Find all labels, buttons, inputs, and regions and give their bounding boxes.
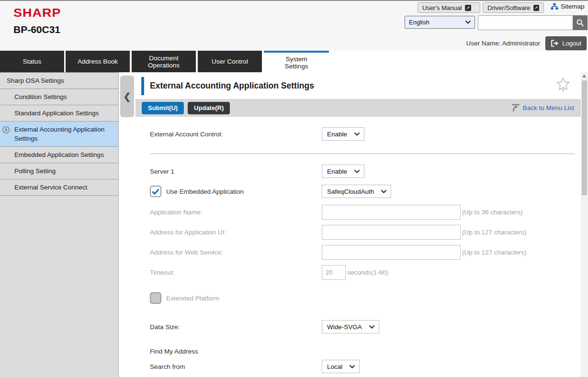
extended-platform-row: Extended Platform	[150, 292, 581, 304]
tab-label: Status	[23, 58, 41, 65]
driver-software-label: Driver/Software	[487, 4, 531, 11]
use-embedded-application-label: Use Embedded Application	[166, 188, 244, 195]
logout-label: Logout	[562, 40, 581, 47]
sidebar-item-standard-application-settings[interactable]: Standard Application Settings	[0, 105, 118, 122]
page-header: SHARP BP-60C31 User's Manual ↗ Driver/So…	[0, 1, 588, 51]
main-tab-bar: Status Address Book Document Operations …	[0, 51, 588, 72]
find-my-address-label: Find My Address	[150, 348, 581, 355]
data-size-row: Data Size: Wide-SVGA	[150, 320, 581, 333]
settings-form: External Account Control: Enable Server …	[136, 117, 581, 373]
search-from-label: Search from	[150, 363, 322, 370]
search-from-select[interactable]: Local	[322, 360, 360, 373]
sidebar-item-external-service-connect[interactable]: External Service Connect	[0, 179, 118, 196]
sidebar-item-embedded-application-settings[interactable]: Embedded Application Settings	[0, 147, 118, 163]
return-up-icon	[511, 104, 520, 112]
sidebar-nav: Sharp OSA Settings Condition Settings St…	[0, 72, 118, 196]
tab-status[interactable]: Status	[0, 51, 64, 72]
title-row: External Accounting Application Settings	[136, 72, 581, 99]
data-size-select[interactable]: Wide-SVGA	[322, 320, 379, 333]
chevron-down-icon	[381, 190, 386, 193]
logout-button[interactable]: Logout	[545, 36, 587, 50]
search-icon	[576, 19, 584, 27]
search-input[interactable]	[478, 15, 573, 30]
users-manual-button[interactable]: User's Manual ↗	[418, 2, 480, 13]
selected-value: Enable	[327, 131, 347, 138]
main-content: External Accounting Application Settings…	[136, 72, 581, 377]
external-account-control-select[interactable]: Enable	[322, 127, 364, 141]
search-from-row: Search from Local	[150, 360, 581, 373]
chevron-down-icon	[354, 170, 360, 173]
application-name-input[interactable]	[322, 205, 461, 220]
tab-document-operations[interactable]: Document Operations	[132, 51, 196, 72]
back-to-menu-list-label: Back to Menu List	[523, 104, 574, 111]
back-to-menu-list-link[interactable]: Back to Menu List	[511, 104, 574, 112]
selected-value: Local	[327, 363, 342, 370]
tab-label: Document Operations	[142, 55, 185, 69]
sharp-logo: SHARP	[13, 6, 61, 20]
address-application-ui-input[interactable]	[322, 225, 461, 240]
address-application-ui-hint: (Up to 127 characters)	[462, 229, 526, 236]
tab-system-settings[interactable]: System Settings	[264, 51, 329, 72]
sidebar-item-label: Embedded Application Settings	[14, 151, 104, 158]
sidebar-item-label: Polling Setting	[14, 167, 56, 175]
extended-platform-checkbox[interactable]	[150, 292, 161, 304]
address-web-service-input[interactable]	[322, 245, 461, 260]
sidebar-collapse-button[interactable]: ❮	[120, 76, 134, 117]
external-link-icon: ↗	[465, 5, 471, 11]
chevron-down-icon	[465, 21, 471, 24]
sidebar-item-label: Condition Settings	[14, 93, 67, 100]
sidebar-item-label: Standard Application Settings	[14, 110, 99, 117]
submit-button[interactable]: Submit(U)	[142, 102, 184, 114]
sidebar-item-external-accounting-application-settings[interactable]: External Accounting Application Settings	[0, 122, 118, 147]
search-button[interactable]	[573, 15, 588, 30]
server1-label: Server 1	[150, 168, 322, 175]
language-select[interactable]: English	[405, 16, 475, 29]
users-manual-label: User's Manual	[422, 4, 462, 11]
sidebar-item-polling-setting[interactable]: Polling Setting	[0, 163, 118, 179]
tab-label: Address Book	[78, 58, 118, 65]
chevron-down-icon	[369, 325, 374, 329]
address-web-service-hint: (Up to 127 characters)	[462, 249, 526, 256]
sitemap-link[interactable]: Sitemap	[551, 3, 585, 10]
application-name-hint: (Up to 36 characters)	[462, 209, 523, 216]
body: Sharp OSA Settings Condition Settings St…	[0, 72, 588, 377]
action-toolbar: Submit(U) Update(R) Back to Menu List	[136, 99, 581, 117]
external-link-icon: ↗	[533, 5, 539, 11]
tab-label: User Control	[212, 58, 248, 65]
chevron-down-icon	[354, 133, 360, 136]
favorite-star-icon[interactable]	[556, 77, 570, 92]
application-name-label: Application Name:	[150, 209, 322, 216]
extended-platform-field: Extended Platform	[150, 292, 322, 304]
tab-address-book[interactable]: Address Book	[66, 51, 130, 72]
sitemap-icon	[551, 3, 558, 10]
timeout-input[interactable]	[322, 265, 346, 280]
selected-value: Enable	[327, 168, 347, 175]
server1-row: Server 1 Enable	[150, 165, 581, 178]
language-selected: English	[409, 19, 430, 26]
sidebar-item-label: External Service Connect	[14, 184, 87, 191]
sidebar-item-condition-settings[interactable]: Condition Settings	[0, 89, 118, 105]
address-application-ui-label: Address for Application UI:	[150, 229, 322, 236]
use-embedded-application-row: Use Embedded Application SafeqCloudAuth	[150, 185, 581, 198]
address-web-service-label: Address for Web Service:	[150, 249, 322, 256]
scroll-up-arrow-icon[interactable]	[582, 74, 586, 78]
tab-user-control[interactable]: User Control	[198, 51, 262, 72]
checkmark-icon	[152, 188, 159, 195]
logout-icon	[551, 40, 559, 47]
scrollbar-thumb[interactable]	[582, 80, 587, 195]
selected-value: SafeqCloudAuth	[327, 188, 374, 195]
driver-software-button[interactable]: Driver/Software ↗	[483, 2, 544, 13]
data-size-label: Data Size:	[150, 323, 322, 331]
title-accent-bar	[141, 77, 144, 95]
sidebar-item-label: External Accounting Application Settings	[14, 126, 104, 142]
vertical-scrollbar[interactable]	[581, 72, 588, 377]
use-embedded-application-checkbox[interactable]	[150, 186, 161, 197]
embedded-application-select[interactable]: SafeqCloudAuth	[322, 185, 391, 198]
sidebar-item-label: Sharp OSA Settings	[7, 77, 64, 84]
external-account-control-label: External Account Control:	[150, 131, 322, 138]
server1-select[interactable]: Enable	[322, 165, 364, 178]
update-button[interactable]: Update(R)	[188, 102, 230, 114]
sitemap-label: Sitemap	[561, 3, 585, 10]
sidebar-item-sharp-osa-settings[interactable]: Sharp OSA Settings	[0, 73, 118, 89]
application-name-row: Application Name: (Up to 36 characters)	[150, 205, 581, 220]
